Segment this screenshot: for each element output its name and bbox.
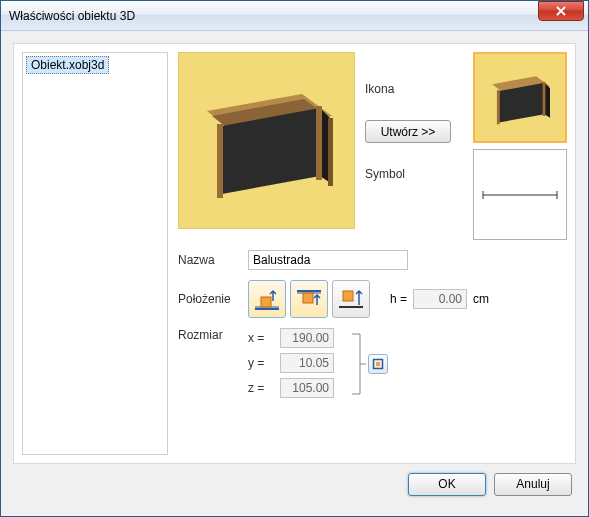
balustrade-icon	[192, 76, 342, 206]
bracket-icon	[350, 328, 368, 400]
close-button[interactable]	[538, 1, 584, 21]
close-icon	[556, 6, 566, 16]
z-label: z =	[248, 381, 274, 395]
x-label: x =	[248, 331, 274, 345]
position-label: Położenie	[178, 292, 238, 306]
height-block: h = cm	[390, 289, 489, 309]
symbol-thumbnail[interactable]	[473, 149, 567, 240]
list-item[interactable]: Obiekt.xobj3d	[26, 56, 109, 74]
create-button[interactable]: Utwórz >>	[365, 120, 451, 143]
position-center-button[interactable]	[332, 280, 370, 318]
form-area: Ikona Utwórz >> Symbol	[178, 52, 567, 455]
name-label: Nazwa	[178, 253, 238, 267]
cancel-button[interactable]: Anuluj	[494, 473, 572, 496]
preview-row: Ikona Utwórz >> Symbol	[178, 52, 567, 240]
y-field[interactable]	[280, 353, 334, 373]
size-row: Rozmiar x = y = z =	[178, 328, 567, 400]
svg-rect-10	[497, 90, 500, 124]
svg-rect-6	[328, 118, 333, 186]
name-row: Nazwa	[178, 250, 567, 270]
size-fields: x = y = z =	[248, 328, 334, 398]
x-field[interactable]	[280, 328, 334, 348]
position-top-button[interactable]	[290, 280, 328, 318]
lock-column	[350, 328, 388, 400]
position-bottom-button[interactable]	[248, 280, 286, 318]
position-center-icon	[337, 285, 365, 313]
lock-aspect-button[interactable]	[368, 354, 388, 374]
thumbnail-column	[473, 52, 567, 240]
window-title: Właściwości obiektu 3D	[9, 9, 538, 23]
svg-rect-22	[343, 291, 353, 301]
y-label: y =	[248, 356, 274, 370]
size-label: Rozmiar	[178, 328, 238, 342]
position-row: Położenie	[178, 280, 567, 318]
main-panel: Obiekt.xobj3d	[13, 43, 576, 464]
svg-rect-5	[316, 106, 322, 180]
lock-aspect-icon	[372, 358, 384, 370]
h-unit: cm	[473, 292, 489, 306]
svg-rect-17	[261, 297, 271, 307]
symbol-label: Symbol	[365, 167, 463, 181]
object-list[interactable]: Obiekt.xobj3d	[22, 52, 168, 455]
balustrade-thumb-icon	[485, 68, 555, 128]
ok-button[interactable]: OK	[408, 473, 486, 496]
svg-rect-24	[376, 362, 380, 366]
titlebar[interactable]: Właściwości obiektu 3D	[1, 1, 588, 31]
position-top-icon	[295, 285, 323, 313]
content-area: Obiekt.xobj3d	[1, 31, 588, 516]
z-field[interactable]	[280, 378, 334, 398]
position-bottom-icon	[253, 285, 281, 313]
svg-rect-11	[543, 81, 546, 115]
name-field[interactable]	[248, 250, 408, 270]
symbol-line-icon	[481, 187, 559, 203]
dialog-window: Właściwości obiektu 3D Obiekt.xobj3d	[0, 0, 589, 517]
svg-rect-4	[217, 124, 223, 198]
dialog-footer: OK Anuluj	[13, 464, 576, 504]
h-field[interactable]	[413, 289, 467, 309]
h-label: h =	[390, 292, 407, 306]
position-buttons	[248, 280, 370, 318]
icon-label: Ikona	[365, 82, 463, 96]
preview-large	[178, 52, 355, 229]
svg-rect-20	[303, 293, 313, 303]
icon-thumbnail[interactable]	[473, 52, 567, 143]
preview-labels: Ikona Utwórz >> Symbol	[365, 52, 463, 240]
